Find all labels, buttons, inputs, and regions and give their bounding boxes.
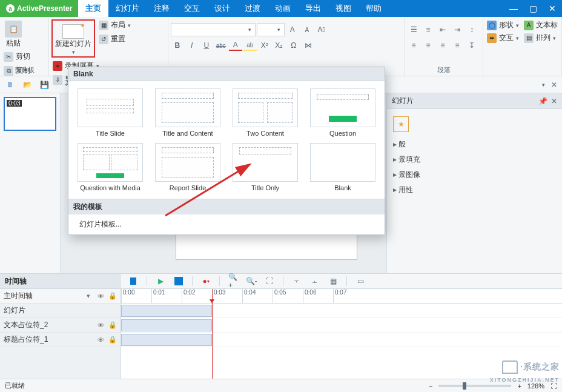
chevron-down-icon[interactable]: ▾	[84, 292, 93, 301]
layout-report-slide[interactable]: Report Slide	[153, 143, 222, 191]
new-file-button[interactable]: 🗎	[5, 79, 16, 90]
prop-item-usability[interactable]: 用性	[393, 185, 556, 195]
numbering-button[interactable]: ≡	[422, 23, 435, 36]
align-right-button[interactable]: ≡	[436, 39, 449, 52]
layout-blank[interactable]: Blank	[308, 143, 377, 191]
minimize-button[interactable]: —	[504, 0, 523, 17]
font-size-select[interactable]: ▾	[257, 23, 285, 36]
line-spacing-button[interactable]: ↕	[465, 23, 478, 36]
play-button[interactable]: ▶	[156, 276, 165, 286]
fit-button[interactable]: ⛶	[550, 382, 557, 390]
pin-icon[interactable]: 📌	[538, 97, 547, 105]
lane-title1[interactable]	[121, 333, 562, 347]
layout-question-media[interactable]: Question with Media	[76, 143, 145, 191]
font-color-button[interactable]: A	[229, 40, 242, 51]
lane-slide[interactable]	[121, 304, 562, 318]
zoom-in-status-button[interactable]: +	[517, 382, 521, 390]
indent-more-button[interactable]: ⇥	[451, 23, 464, 36]
zoom-out-button[interactable]: 🔍-	[246, 276, 256, 286]
zoom-slider[interactable]	[438, 385, 511, 387]
track-titleplaceholder1[interactable]: 标题占位符_1 👁🔒	[0, 333, 121, 347]
indent-less-button[interactable]: ⇤	[436, 23, 449, 36]
symbol-button[interactable]: Ω	[287, 39, 300, 52]
cut-button[interactable]: ✂ 剪切	[2, 51, 31, 62]
eye-icon[interactable]: 👁	[96, 321, 105, 330]
underline-button[interactable]: U	[200, 39, 213, 52]
italic-button[interactable]: I	[185, 39, 199, 52]
record-button[interactable]: ●▾	[201, 276, 211, 286]
stop-button[interactable]	[174, 276, 183, 286]
slide-thumbnail-1[interactable]: 0:03	[4, 97, 56, 131]
timeline-ruler[interactable]: 0:00 0:01 0:02 0:03 0:04 0:05 0:06 0:07	[121, 289, 562, 304]
bold-button[interactable]: B	[171, 39, 184, 52]
text-direction-button[interactable]: ↧	[465, 39, 478, 52]
new-slide-button[interactable]: 新建幻灯片 ▾	[51, 19, 95, 58]
panel-close-button[interactable]: ✕	[551, 81, 557, 89]
playhead-start-button[interactable]	[128, 276, 138, 286]
track-textplaceholder2[interactable]: 文本占位符_2 👁🔒	[0, 318, 121, 333]
eye-icon[interactable]: 👁	[96, 292, 105, 301]
layout-title-slide[interactable]: Title Slide	[76, 88, 145, 137]
maximize-button[interactable]: ▢	[523, 0, 543, 17]
snap-button[interactable]: ⫟	[292, 276, 302, 286]
grow-font-button[interactable]: A	[286, 23, 299, 36]
insert-time-button[interactable]: ▭	[355, 276, 365, 286]
layout-question[interactable]: Question	[308, 88, 377, 137]
interact-button[interactable]: ⬌交互▾	[486, 32, 520, 44]
tab-interact[interactable]: 交互	[177, 0, 207, 17]
layout-title-only[interactable]: Title Only	[231, 143, 300, 191]
tab-view[interactable]: 视图	[328, 0, 359, 17]
shrink-font-button[interactable]: A	[300, 23, 314, 36]
tab-annotate[interactable]: 注释	[147, 0, 177, 17]
playhead[interactable]	[212, 289, 213, 379]
textbox-button[interactable]: A文本标	[523, 19, 559, 31]
prop-item-general[interactable]: 般	[393, 139, 556, 150]
tab-home[interactable]: 主页	[78, 0, 108, 17]
lock-icon[interactable]: 🔒	[108, 321, 117, 330]
lock-icon[interactable]: 🔒	[108, 292, 117, 301]
lock-icon[interactable]: 🔒	[108, 336, 117, 344]
save-button[interactable]: 💾	[39, 79, 50, 90]
open-file-button[interactable]: 📂	[22, 79, 33, 90]
group-button[interactable]: ▦	[328, 276, 338, 286]
tab-help[interactable]: 帮助	[359, 0, 389, 17]
zoom-fit-button[interactable]: ⛶	[265, 276, 274, 286]
close-button[interactable]: ✕	[543, 0, 562, 17]
split-button[interactable]: ⫠	[310, 276, 320, 286]
layout-two-content[interactable]: Two Content	[231, 88, 300, 137]
link-button[interactable]: ⋈	[302, 39, 315, 52]
tab-animation[interactable]: 动画	[268, 0, 298, 17]
eye-icon[interactable]: 👁	[96, 336, 105, 344]
gallery-templates-link[interactable]: 幻灯片模板...	[68, 214, 385, 234]
star-icon[interactable]: ★	[393, 116, 409, 132]
main-track-row[interactable]: 主时间轴 ▾ 👁 🔒	[0, 289, 121, 304]
panel-menu-caret[interactable]: ▾	[542, 82, 545, 88]
zoom-out-status-button[interactable]: −	[429, 382, 432, 390]
paste-button[interactable]: 📋 粘贴	[2, 19, 24, 48]
prop-item-bgimage[interactable]: 景图像	[393, 170, 556, 180]
track-slide[interactable]: 幻灯片	[0, 304, 121, 318]
superscript-button[interactable]: X²	[258, 39, 271, 52]
zoom-in-button[interactable]: 🔍+	[228, 276, 238, 286]
subscript-button[interactable]: X₂	[273, 39, 286, 52]
layout-button[interactable]: ▦ 布局▾	[98, 19, 132, 31]
clear-format-button[interactable]: Aͯ	[315, 23, 328, 36]
shape-button[interactable]: ◯形状▾	[486, 19, 520, 31]
prop-item-bgfill[interactable]: 景填充	[393, 154, 556, 165]
tab-transition[interactable]: 过渡	[237, 0, 268, 17]
highlight-button[interactable]: ab	[243, 40, 257, 51]
tab-design[interactable]: 设计	[207, 0, 237, 17]
timeline-lanes[interactable]: 0:00 0:01 0:02 0:03 0:04 0:05 0:06 0:07	[121, 289, 562, 379]
align-justify-button[interactable]: ≡	[451, 39, 464, 52]
strike-button[interactable]: abc	[214, 39, 228, 52]
align-left-button[interactable]: ≡	[407, 39, 420, 52]
font-family-select[interactable]: ▾	[171, 23, 256, 36]
tab-slide[interactable]: 幻灯片	[108, 0, 147, 17]
properties-close-button[interactable]: ✕	[551, 97, 557, 105]
tab-export[interactable]: 导出	[298, 0, 328, 17]
lane-text2[interactable]	[121, 318, 562, 333]
align-center-button[interactable]: ≡	[422, 39, 435, 52]
layout-title-and-content[interactable]: Title and Content	[153, 88, 222, 137]
bullets-button[interactable]: ☰	[407, 23, 420, 36]
arrange-button[interactable]: ▤排列▾	[523, 32, 559, 44]
